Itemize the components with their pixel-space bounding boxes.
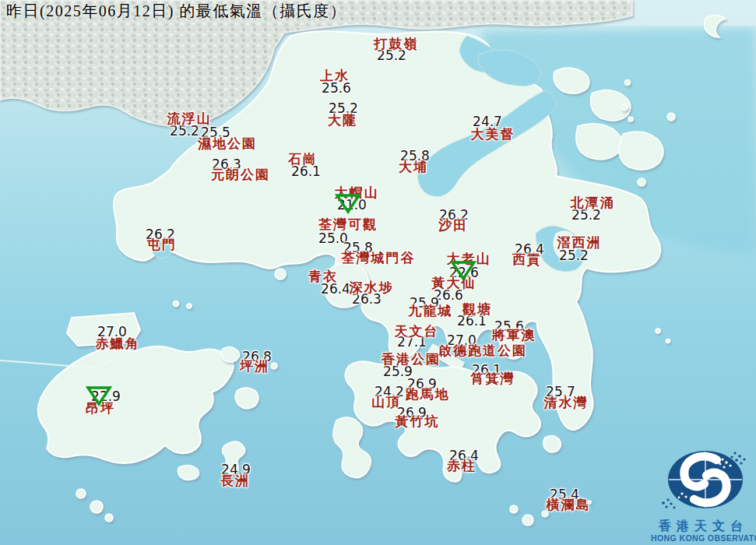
station-name: 赤柱 — [447, 459, 476, 473]
station-value: 25.6 — [322, 82, 351, 95]
station-name: 大美督 — [471, 128, 515, 141]
mountain-station-marker — [450, 259, 476, 284]
station-name: 上水 — [320, 69, 350, 83]
station-name: 將軍澳 — [492, 329, 536, 342]
station-value: 26.1 — [291, 165, 321, 178]
station-value: 25.2 — [170, 125, 199, 138]
station-name: 香港公園 — [382, 353, 441, 366]
station-value: 26.4 — [321, 283, 350, 296]
station-name: 筲箕灣 — [471, 372, 515, 385]
station-name: 北潭涌 — [571, 196, 615, 209]
station-name: 大隴 — [328, 114, 357, 127]
station-name: 黃竹坑 — [396, 415, 440, 428]
station-name: 坪洲 — [240, 360, 269, 373]
station-name: 元朗公園 — [211, 168, 270, 181]
station-name: 觀塘 — [462, 303, 492, 316]
station-name: 跑馬地 — [406, 388, 450, 401]
station-name: 長洲 — [220, 474, 250, 487]
station-name: 滘西洲 — [557, 236, 602, 249]
hko-logo: 香港天文台 HONG KONG OBSERVATORY — [651, 444, 756, 545]
map-title: 昨日(2025年06月12日) 的最低氣溫（攝氏度） — [6, 2, 346, 21]
station-layer: 25.2打鼓嶺25.6上水25.2大隴25.2流浮山25.5濕地公園26.3元朗… — [0, 0, 756, 545]
station-value: 25.2 — [559, 249, 589, 262]
station-name: 清水灣 — [544, 396, 589, 410]
station-name: 流浮山 — [167, 112, 212, 125]
station-name: 青衣 — [308, 270, 338, 283]
station-name: 九龍城 — [409, 304, 453, 318]
station-name: 橫瀾島 — [547, 498, 591, 512]
station-name: 打鼓嶺 — [374, 37, 419, 51]
mountain-station-marker — [86, 385, 112, 410]
hko-logo-icon — [651, 444, 756, 515]
mountain-station-marker — [335, 192, 361, 217]
station-name: 荃灣可觀 — [318, 218, 378, 231]
hko-logo-chinese: 香港天文台 — [651, 519, 756, 533]
station-name: 沙田 — [438, 219, 468, 232]
station-name: 屯門 — [147, 238, 177, 251]
station-name: 荃灣城門谷 — [342, 251, 416, 265]
station-name: 啟德跑道公園 — [438, 344, 527, 357]
station-name: 天文台 — [395, 325, 439, 338]
station-value: 25.2 — [571, 209, 601, 222]
hko-logo-english: HONG KONG OBSERVATORY — [651, 533, 756, 543]
station-name: 深水埗 — [350, 281, 394, 294]
station-name: 濕地公園 — [198, 137, 257, 150]
weather-map-page: 昨日(2025年06月12日) 的最低氣溫（攝氏度） 25.2打鼓嶺25.6上水… — [0, 0, 756, 545]
station-name: 赤鱲角 — [96, 337, 140, 350]
station-name: 石崗 — [288, 153, 318, 166]
station-name: 大埔 — [399, 160, 428, 174]
station-name: 西貢 — [512, 253, 542, 266]
